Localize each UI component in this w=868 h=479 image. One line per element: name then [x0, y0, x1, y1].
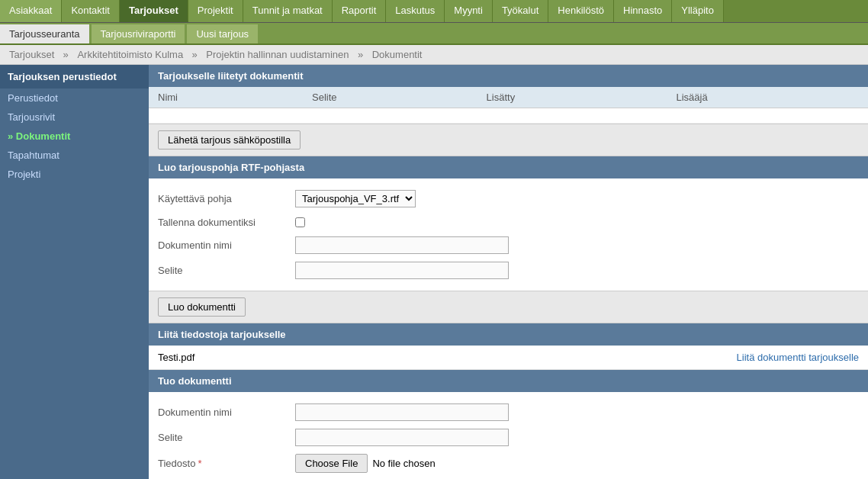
breadcrumb-projekti[interactable]: Projektin hallinnan uudistaminen — [206, 49, 349, 60]
rtf-docname-input[interactable] — [295, 236, 509, 254]
rtf-desc-input[interactable] — [295, 262, 509, 279]
breadcrumb-dokumentit[interactable]: Dokumentit — [372, 49, 423, 60]
breadcrumb-tarjoukset[interactable]: Tarjoukset — [9, 49, 54, 60]
top-navigation: Asiakkaat Kontaktit Tarjoukset Projektit… — [0, 0, 868, 23]
breadcrumb-sep3: » — [358, 49, 366, 60]
create-doc-bar: Luo dokumentti — [149, 291, 868, 323]
main-layout: Tarjouksen perustiedot Perustiedot Tarjo… — [0, 65, 868, 479]
sidebar-item-dokumentit[interactable]: Dokumentit — [0, 127, 149, 146]
rtf-desc-row: Selite — [149, 258, 868, 283]
create-doc-button[interactable]: Luo dokumentti — [158, 297, 246, 317]
breadcrumb: Tarjoukset » Arkkitehtitoimisto Kulma » … — [0, 45, 868, 65]
import-docname-input[interactable] — [295, 403, 509, 421]
col-selite: Selite — [303, 87, 477, 108]
breadcrumb-sep1: » — [63, 49, 72, 60]
attach-doc-link[interactable]: Liitä dokumentti tarjoukselle — [737, 352, 859, 363]
attach-file-name: Testi.pdf — [158, 352, 194, 363]
import-section-header: Tuo dokumentti — [149, 370, 868, 392]
col-lisatty: Lisätty — [477, 87, 667, 108]
rtf-template-select[interactable]: Tarjouspohja_VF_3.rtf — [295, 190, 416, 207]
nav-laskutus[interactable]: Laskutus — [386, 0, 445, 22]
nav-tarjoukset[interactable]: Tarjoukset — [120, 0, 188, 22]
import-form-section: Dokumentin nimi Selite Tiedosto* Choose … — [149, 392, 868, 479]
import-desc-row: Selite — [149, 425, 868, 450]
file-chosen-text: No file chosen — [372, 458, 435, 469]
rtf-save-checkbox[interactable] — [295, 217, 305, 227]
sub-navigation: Tarjousseuranta Tarjousriviraportti Uusi… — [0, 23, 868, 45]
nav-kontaktit[interactable]: Kontaktit — [62, 0, 120, 22]
sidebar-item-tapahtumat[interactable]: Tapahtumat — [0, 146, 149, 165]
nav-tyokalut[interactable]: Työkalut — [493, 0, 548, 22]
subnav-tarjousseuranta[interactable]: Tarjousseuranta — [0, 24, 90, 43]
import-file-row: Tiedosto* Choose File No file chosen — [149, 450, 868, 477]
send-email-button[interactable]: Lähetä tarjous sähköpostilla — [158, 130, 301, 149]
subnav-tarjousriviraportti[interactable]: Tarjousriviraportti — [92, 24, 186, 43]
rtf-form-section: Käytettävä pohja Tarjouspohja_VF_3.rtf T… — [149, 178, 868, 291]
documents-section-header: Tarjoukselle liitetyt dokumentit — [149, 65, 868, 87]
nav-hinnasto[interactable]: Hinnasto — [614, 0, 672, 22]
col-nimi: Nimi — [149, 87, 303, 108]
attach-file-row: Testi.pdf Liitä dokumentti tarjoukselle — [149, 346, 868, 370]
nav-projektit[interactable]: Projektit — [188, 0, 243, 22]
sidebar-item-projekti[interactable]: Projekti — [0, 165, 149, 184]
col-lisaaja: Lisääjä — [667, 87, 868, 108]
subnav-uusi-tarjous[interactable]: Uusi tarjous — [187, 24, 259, 43]
rtf-desc-label: Selite — [158, 265, 295, 276]
nav-tunnit-matkat[interactable]: Tunnit ja matkat — [243, 0, 333, 22]
nav-henkilosto[interactable]: Henkilöstö — [548, 0, 614, 22]
import-file-label: Tiedosto* — [158, 458, 295, 469]
required-indicator: * — [198, 458, 201, 469]
import-docname-row: Dokumentin nimi — [149, 400, 868, 425]
nav-yllapito[interactable]: Ylläpito — [672, 0, 724, 22]
attach-section-header: Liitä tiedostoja tarjoukselle — [149, 323, 868, 346]
nav-asiakkaat[interactable]: Asiakkaat — [0, 0, 62, 22]
sidebar-title: Tarjouksen perustiedot — [0, 65, 149, 88]
import-desc-label: Selite — [158, 432, 295, 443]
file-input-container: Choose File No file chosen — [295, 454, 436, 473]
import-desc-input[interactable] — [295, 429, 509, 446]
sidebar-item-tarjousrivit[interactable]: Tarjousrivit — [0, 108, 149, 127]
rtf-docname-row: Dokumentin nimi — [149, 233, 868, 258]
send-email-bar: Lähetä tarjous sähköpostilla — [149, 124, 868, 156]
table-empty-row — [149, 108, 868, 124]
choose-file-button[interactable]: Choose File — [295, 454, 368, 473]
nav-myynti[interactable]: Myynti — [445, 0, 493, 22]
breadcrumb-sep2: » — [192, 49, 201, 60]
breadcrumb-kulma[interactable]: Arkkitehtitoimisto Kulma — [77, 49, 183, 60]
rtf-save-label: Tallenna dokumentiksi — [158, 217, 295, 228]
sidebar-item-perustiedot[interactable]: Perustiedot — [0, 88, 149, 108]
rtf-docname-label: Dokumentin nimi — [158, 240, 295, 251]
rtf-save-row: Tallenna dokumentiksi — [149, 211, 868, 233]
rtf-template-label: Käytettävä pohja — [158, 193, 295, 204]
import-docname-label: Dokumentin nimi — [158, 407, 295, 418]
documents-table: Nimi Selite Lisätty Lisääjä — [149, 87, 868, 124]
sidebar: Tarjouksen perustiedot Perustiedot Tarjo… — [0, 65, 149, 479]
rtf-template-select-wrapper: Tarjouspohja_VF_3.rtf — [295, 190, 416, 207]
rtf-section-header: Luo tarjouspohja RTF-pohjasta — [149, 156, 868, 178]
rtf-template-row: Käytettävä pohja Tarjouspohja_VF_3.rtf — [149, 186, 868, 211]
nav-raportit[interactable]: Raportit — [333, 0, 387, 22]
content-area: Tarjoukselle liitetyt dokumentit Nimi Se… — [149, 65, 868, 479]
